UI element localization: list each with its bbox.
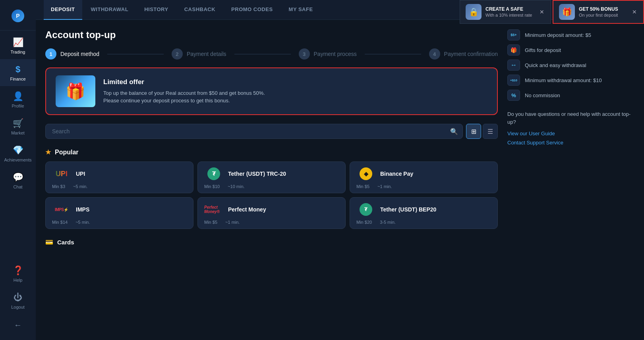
sidebar-logo-area[interactable]: P [0,4,36,31]
upi-name: UPI [76,171,85,177]
min-withdrawal-label: Minimum withdrawal amount: $10 [525,77,602,83]
tab-withdrawal[interactable]: WITHDRAWAL [84,0,136,20]
bonus-notice-text: GET 50% BONUS On your first deposit [579,6,627,17]
list-view-button[interactable]: ☰ [483,124,498,139]
tether-trc20-icon: ₮ [207,167,220,180]
contact-support-link[interactable]: Contact Support Service [507,140,634,146]
logo-icon: P [12,10,24,22]
min-deposit-label: Minimum deposit amount: $5 [525,32,591,38]
offer-banner-image: 🎁 [56,75,95,107]
step-divider-1-2 [107,54,164,54]
binance-min: Min $5 [356,184,369,189]
binance-meta: Min $5 ~1 min. [356,184,491,189]
view-user-guide-link[interactable]: View our User Guide [507,131,634,136]
safe-notice-close[interactable]: ✕ [539,8,545,16]
popular-section-title: ★ Popular [45,148,498,156]
tether-trc20-min: Min $10 [204,184,220,189]
tab-deposit[interactable]: DEPOSIT [44,0,82,20]
bonus-notice[interactable]: 🎁 GET 50% BONUS On your first deposit ✕ [553,0,644,24]
payment-card-pm-top: Perfect Money® Perfect Money [204,203,339,216]
tab-history[interactable]: HISTORY [137,0,176,20]
payment-card-perfect-money[interactable]: Perfect Money® Perfect Money Min $5 ~1 m… [197,197,346,229]
tab-promo-codes[interactable]: PROMO CODES [224,0,280,20]
tether-trc20-logo: ₮ [204,167,223,180]
payment-card-binance[interactable]: ◆ Binance Pay Min $5 ~1 min. [350,161,498,193]
payment-card-tether-trc20[interactable]: ₮ Tether (USDT) TRC-20 Min $10 ~10 min. [197,161,346,193]
binance-name: Binance Pay [380,171,413,177]
sidebar-item-logout[interactable]: ⏻ Logout [0,287,36,314]
tether-bep20-time: 3-5 min. [380,220,396,225]
step-2-label: Payment details [187,51,226,57]
payment-card-imps[interactable]: IMPS⚡ IMPS Min $14 ~5 min. [45,197,193,229]
payment-card-upi[interactable]: UPI UPI Min $3 ~5 min. [45,161,193,193]
tether-trc20-time: ~10 min. [228,184,245,189]
imps-name: IMPS [76,206,89,213]
payment-card-tether-top: ₮ Tether (USDT) TRC-20 [204,167,339,180]
search-input[interactable] [45,124,463,139]
page-title: Account top-up [45,29,498,40]
offer-title: Limited offer [103,78,265,86]
no-commission-label: No commission [525,92,560,98]
sidebar-item-achievements[interactable]: 💎 Achievements [0,140,36,167]
grid-view-button[interactable]: ⊞ [466,124,481,139]
sidebar-back-button[interactable]: ← [14,314,22,336]
search-input-wrap: 🔍 [45,124,463,139]
sidebar: P 📈 Trading $ Finance 👤 Profile 🛒 Market… [0,0,36,340]
perfect-money-min: Min $5 [204,220,217,225]
app-layout: P 📈 Trading $ Finance 👤 Profile 🛒 Market… [0,0,644,340]
create-safe-notice[interactable]: 🔒 CREATE A SAFE With a 10% interest rate… [460,0,551,24]
sidebar-item-trading-label: Trading [11,50,25,54]
achievements-icon: 💎 [12,145,23,156]
payment-grid: UPI UPI Min $3 ~5 min. ₮ [45,161,498,229]
safe-notice-icon: 🔒 [466,4,482,20]
tether-trc20-name: Tether (USDT) TRC-20 [228,171,286,177]
safe-notice-subtitle: With a 10% interest rate [485,13,535,17]
star-icon: ★ [45,148,51,156]
imps-min: Min $14 [52,220,68,225]
binance-icon: ◆ [360,167,372,180]
sidebar-item-trading[interactable]: 📈 Trading [0,32,36,59]
profile-icon: 👤 [12,91,23,102]
logout-icon: ⏻ [12,292,23,303]
info-min-withdrawal: +$10 Minimum withdrawal amount: $10 [507,75,634,86]
tether-bep20-meta: Min $20 3-5 min. [356,220,491,225]
quick-withdrawal-icon: ↔ [507,60,520,71]
help-icon: ❓ [12,265,23,276]
sidebar-item-help-label: Help [14,278,23,282]
imps-logo: IMPS⚡ [52,203,71,216]
deposit-steps: 1 Deposit method 2 Payment details 3 Pay… [45,48,498,60]
tab-my-safe[interactable]: MY SAFE [282,0,320,20]
perfect-money-name: Perfect Money [228,206,266,213]
sidebar-item-chat[interactable]: 💬 Chat [0,167,36,194]
offer-banner[interactable]: 🎁 Limited offer Top up the balance of yo… [45,67,498,115]
sidebar-item-chat-label: Chat [13,184,22,189]
search-icon[interactable]: 🔍 [450,128,458,135]
bonus-notice-close[interactable]: ✕ [631,8,638,16]
finance-icon: $ [12,64,23,75]
upi-logo: UPI [52,167,71,180]
right-panel: $5+ Minimum deposit amount: $5 🎁 Gifts f… [507,29,634,330]
step-4-label: Payment confirmation [444,51,498,57]
popular-label: Popular [55,149,79,156]
step-3-num: 3 [299,48,310,60]
left-panel: Account top-up 1 Deposit method 2 Paymen… [45,29,498,330]
perfect-money-logo: Perfect Money® [204,203,223,216]
step-divider-3-4 [365,54,421,54]
cards-icon: 💳 [45,238,53,246]
payment-card-tether-bep20[interactable]: ₮ Tether (USDT) BEP20 Min $20 3-5 min. [350,197,498,229]
info-quick-withdrawal: ↔ Quick and easy withdrawal [507,60,634,71]
imps-meta: Min $14 ~5 min. [52,220,187,225]
tab-cashback[interactable]: CASHBACK [177,0,222,20]
sidebar-item-finance[interactable]: $ Finance [0,59,36,86]
sidebar-item-help[interactable]: ❓ Help [0,260,36,287]
upi-time: ~5 min. [73,184,87,189]
help-question: Do you have questions or need help with … [507,110,634,126]
step-2-num: 2 [172,48,183,60]
step-1-num: 1 [45,48,56,60]
sidebar-item-profile[interactable]: 👤 Profile [0,86,36,113]
main-content: DEPOSIT WITHDRAWAL HISTORY CASHBACK PROM… [36,0,644,340]
sidebar-item-achievements-label: Achievements [4,158,31,162]
perfect-money-meta: Min $5 ~1 min. [204,220,339,225]
quick-withdrawal-label: Quick and easy withdrawal [525,62,586,68]
sidebar-item-market[interactable]: 🛒 Market [0,113,36,140]
